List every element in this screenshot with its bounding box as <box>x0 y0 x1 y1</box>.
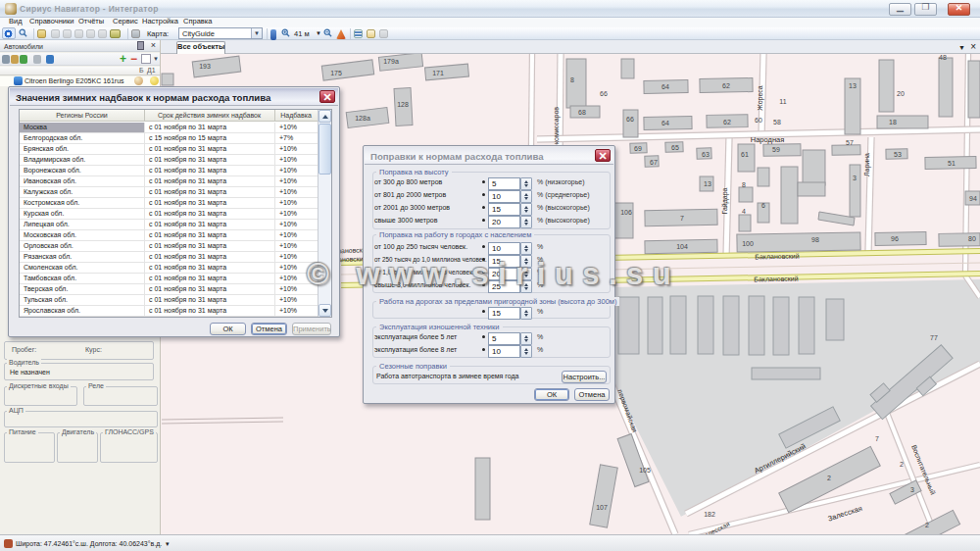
svg-text:11: 11 <box>779 98 786 105</box>
svg-text:106: 106 <box>620 209 632 216</box>
svg-text:182: 182 <box>704 511 715 518</box>
svg-text:Ларина: Ларина <box>863 153 871 176</box>
svg-text:2: 2 <box>900 461 904 468</box>
svg-text:171: 171 <box>432 70 444 76</box>
svg-text:3: 3 <box>910 486 914 493</box>
svg-text:98: 98 <box>811 236 819 243</box>
svg-text:80: 80 <box>968 235 976 242</box>
svg-text:60: 60 <box>755 117 762 124</box>
svg-text:63: 63 <box>702 151 710 158</box>
svg-text:62: 62 <box>722 82 730 89</box>
svg-text:100: 100 <box>742 240 754 247</box>
svg-text:66: 66 <box>600 90 608 97</box>
svg-text:Жореса: Жореса <box>757 85 764 111</box>
svg-text:8: 8 <box>570 76 574 83</box>
svg-text:64: 64 <box>662 83 669 90</box>
svg-text:193: 193 <box>199 63 211 70</box>
svg-text:13: 13 <box>849 82 857 89</box>
svg-text:69: 69 <box>634 145 642 152</box>
svg-text:66: 66 <box>626 116 634 123</box>
svg-text:64: 64 <box>662 120 669 126</box>
svg-text:2: 2 <box>827 475 831 481</box>
svg-text:6: 6 <box>761 202 765 209</box>
svg-text:7: 7 <box>680 215 684 222</box>
svg-text:128а: 128а <box>355 115 370 122</box>
svg-text:175: 175 <box>330 70 342 76</box>
svg-text:3: 3 <box>853 175 857 181</box>
svg-text:61: 61 <box>741 151 749 158</box>
svg-text:68: 68 <box>578 109 586 116</box>
svg-text:58: 58 <box>773 119 781 125</box>
svg-text:комиссаров: комиссаров <box>553 107 561 144</box>
svg-text:Народная: Народная <box>751 135 785 144</box>
svg-text:Гайдара: Гайдара <box>721 187 729 214</box>
svg-text:20: 20 <box>897 90 905 97</box>
svg-text:4: 4 <box>742 208 746 215</box>
svg-text:Баклановский: Баклановский <box>754 276 799 283</box>
svg-text:13: 13 <box>704 180 711 187</box>
svg-text:8: 8 <box>742 181 746 188</box>
svg-text:65: 65 <box>671 144 679 151</box>
svg-text:105: 105 <box>639 467 651 474</box>
svg-text:107: 107 <box>596 504 608 511</box>
svg-text:53: 53 <box>894 151 902 158</box>
svg-text:18: 18 <box>889 119 897 125</box>
svg-text:96: 96 <box>891 235 899 242</box>
svg-text:62: 62 <box>723 119 731 125</box>
svg-text:2: 2 <box>925 522 929 528</box>
svg-text:77: 77 <box>930 334 938 341</box>
svg-text:67: 67 <box>650 159 658 166</box>
svg-text:179а: 179а <box>383 58 399 65</box>
svg-text:104: 104 <box>676 243 688 250</box>
svg-text:59: 59 <box>772 146 780 153</box>
svg-text:94: 94 <box>969 195 977 202</box>
svg-text:7: 7 <box>875 435 879 442</box>
svg-text:48: 48 <box>939 54 947 61</box>
svg-text:128: 128 <box>397 101 409 108</box>
svg-text:51: 51 <box>948 160 956 167</box>
svg-text:Баклановский: Баклановский <box>755 253 800 261</box>
svg-text:57: 57 <box>846 139 854 146</box>
